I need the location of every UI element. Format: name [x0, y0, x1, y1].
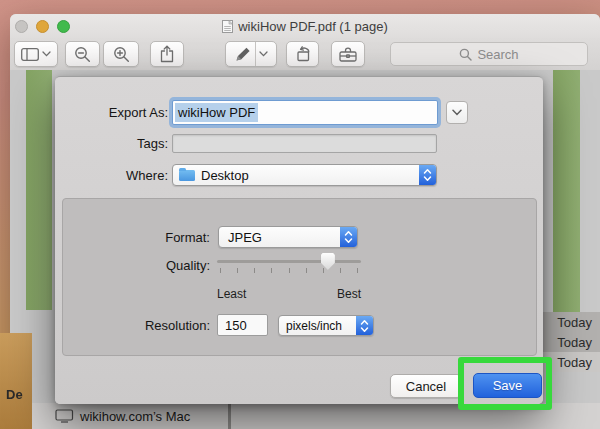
markup-pen-icon: [235, 46, 252, 62]
minimize-button[interactable]: [36, 20, 49, 33]
sidebar-item-device[interactable]: wikihow.com’s Mac: [55, 409, 190, 424]
traffic-lights: [15, 20, 70, 33]
obscured-background-text: De: [6, 387, 23, 402]
rotate-left-icon: [294, 46, 312, 62]
share-button[interactable]: [150, 41, 184, 67]
resolution-unit-select[interactable]: pixels/inch: [278, 315, 374, 336]
document-proxy-icon: [222, 20, 233, 33]
slider-track[interactable]: [217, 260, 361, 263]
format-label: Format:: [55, 230, 210, 245]
chevron-down-icon: [452, 109, 462, 116]
where-select[interactable]: Desktop: [172, 164, 437, 186]
zoom-window-button[interactable]: [57, 20, 70, 33]
quality-range-labels: Least Best: [217, 287, 361, 301]
search-input[interactable]: Search: [390, 42, 588, 66]
tags-label: Tags:: [55, 136, 168, 151]
resolution-value: 150: [225, 318, 247, 333]
chevron-down-icon: [259, 51, 268, 57]
quality-best-label: Best: [337, 287, 361, 301]
sidebar-view-icon: [21, 48, 39, 61]
cancel-button[interactable]: Cancel: [390, 374, 462, 398]
date-cell: Today: [533, 332, 600, 352]
folder-icon: [179, 170, 195, 181]
export-dialog: Export As: wikiHow PDF Tags: Where: Desk…: [55, 76, 543, 404]
zoom-out-icon: [74, 46, 91, 63]
search-placeholder: Search: [477, 47, 518, 62]
document-thumbnail-right: [553, 70, 580, 316]
window-title-group: wikiHow PDF.pdf (1 page): [222, 19, 388, 34]
where-label: Where:: [55, 168, 168, 183]
format-value: JPEG: [228, 230, 262, 245]
quality-least-label: Least: [217, 287, 246, 301]
format-select[interactable]: JPEG: [218, 226, 358, 248]
segment-divider: [255, 42, 256, 66]
resolution-input[interactable]: 150: [217, 314, 268, 336]
save-highlight-annotation: [458, 357, 552, 410]
display-icon: [55, 409, 74, 423]
resolution-unit-value: pixels/inch: [286, 319, 342, 333]
quality-label: Quality:: [55, 258, 210, 273]
titlebar: wikiHow PDF.pdf (1 page): [10, 14, 600, 38]
window-title: wikiHow PDF.pdf (1 page): [238, 19, 388, 34]
rotate-left-button[interactable]: [286, 41, 319, 67]
chevron-down-icon: [42, 51, 51, 57]
export-filename-input[interactable]: wikiHow PDF: [172, 100, 438, 125]
resolution-label: Resolution:: [55, 318, 210, 333]
desktop-background-patch: [0, 333, 32, 429]
document-thumbnail-left: [26, 70, 52, 310]
quality-slider[interactable]: [217, 255, 361, 279]
toolbar: Search: [10, 38, 600, 71]
pane-divider: [228, 403, 231, 429]
slider-ticks: [220, 268, 358, 273]
markup-toolbox-button[interactable]: [331, 41, 365, 67]
zoom-in-icon: [113, 46, 130, 63]
popup-stepper-icon: [340, 227, 357, 247]
view-menu-button[interactable]: [14, 41, 58, 67]
sidebar-item-label: wikihow.com’s Mac: [80, 409, 190, 424]
screen: wikiHow PDF.pdf (1 page): [0, 0, 600, 429]
share-icon: [159, 45, 175, 63]
zoom-out-button[interactable]: [65, 41, 100, 67]
date-cell: Today: [533, 312, 600, 332]
tags-input[interactable]: [172, 134, 437, 153]
popup-stepper-icon: [419, 165, 436, 185]
toolbox-icon: [339, 47, 357, 62]
close-button[interactable]: [15, 20, 28, 33]
zoom-in-button[interactable]: [103, 41, 139, 67]
expand-dialog-button[interactable]: [446, 101, 468, 124]
export-as-label: Export As:: [55, 105, 168, 120]
where-value: Desktop: [201, 168, 249, 183]
selected-filename-text: wikiHow PDF: [175, 103, 258, 122]
markup-menu-button[interactable]: [225, 41, 277, 67]
popup-stepper-icon: [356, 316, 373, 335]
search-icon: [459, 48, 472, 61]
